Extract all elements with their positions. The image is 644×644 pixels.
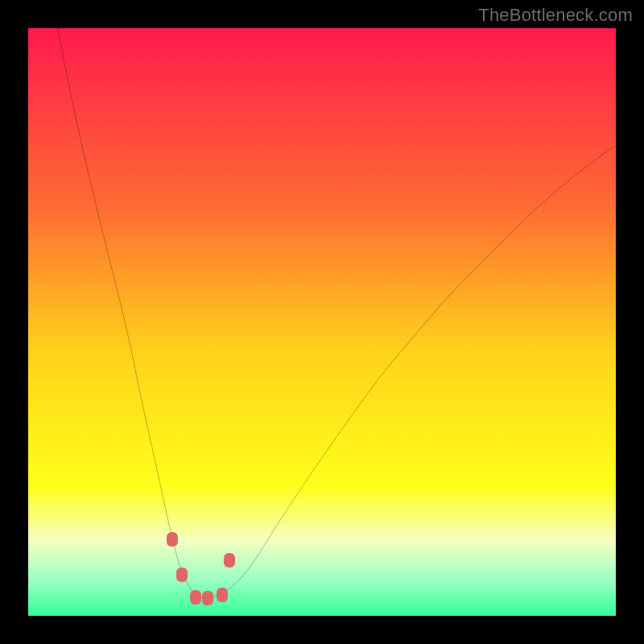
- chart-frame: TheBottleneck.com: [0, 0, 644, 644]
- watermark-text: TheBottleneck.com: [478, 5, 633, 26]
- data-marker: [176, 568, 188, 582]
- data-marker: [190, 590, 201, 605]
- curve-layer: [28, 28, 616, 616]
- data-marker: [202, 591, 213, 605]
- plot-area: [28, 28, 616, 616]
- data-marker: [167, 532, 178, 547]
- data-marker: [217, 588, 228, 602]
- bottleneck-curve: [58, 28, 615, 598]
- data-marker: [224, 553, 235, 568]
